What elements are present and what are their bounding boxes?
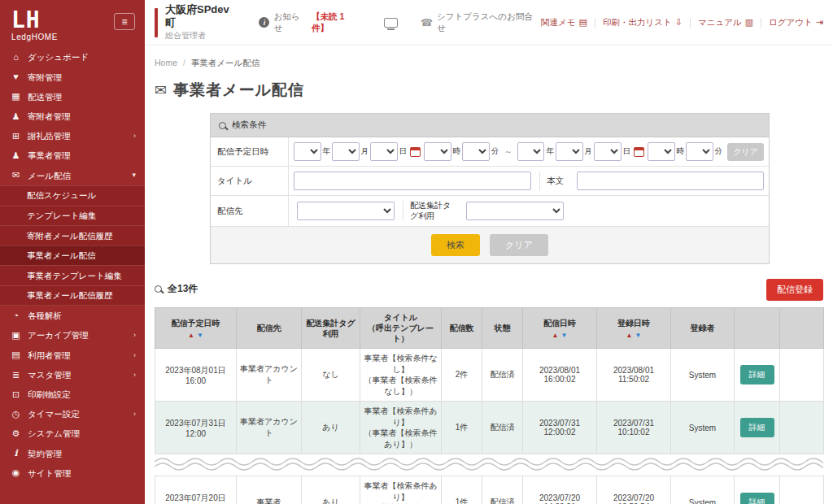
municipality-block: 大阪府SPdev町 総合管理者 [165,3,239,41]
users-icon: ▤ [10,350,22,360]
sort-asc-icon[interactable]: ▲ [552,332,559,339]
title-body-row: タイトル 本文 [211,167,769,196]
breadcrumb-current: 事業者メール配信 [191,58,260,67]
manual-link[interactable]: マニュアル ▥ [698,17,753,28]
sidebar-item-gift-management[interactable]: ⊞ 謝礼品管理 › [0,126,145,146]
logo[interactable]: LH LedgHOME [11,10,58,41]
sidebar-item-donation-management[interactable]: ♥ 寄附管理 [0,67,145,87]
divider [690,18,691,28]
chevron-down-icon: ▾ [132,171,136,180]
truncation-wave-separator [155,455,823,475]
body-input[interactable] [577,172,764,190]
title-body-fields: 本文 [289,167,769,195]
sidebar-item-business-mail-delivery[interactable]: 事業者メール配信 [0,245,145,266]
analytics-icon: ◔ [10,311,22,321]
col-count: 配信数 [442,308,482,349]
search-panel-header: 検索条件 [211,114,769,137]
col-registered: 登録日時 ▲▼ [597,308,671,349]
print-output-list-link[interactable]: 印刷・出力リスト ⇩ [603,17,683,28]
monitor-icon[interactable] [384,18,398,28]
sidebar-item-analytics[interactable]: ◔ 各種解析 [0,306,145,325]
hamburger-menu-icon[interactable]: ≡ [114,13,135,30]
from-hour-select[interactable] [424,142,451,161]
clear-button[interactable]: クリア [490,234,548,256]
col-extra [780,308,824,349]
sidebar-item-template-edit[interactable]: テンプレート編集 [0,206,145,226]
sidebar-item-contract-management[interactable]: i 契約管理 [0,444,145,463]
divider [761,18,761,28]
memo-icon: ▤ [579,17,587,28]
notice-link[interactable]: i お知らせ 【未読 1件】 [259,11,361,34]
sidebar-item-archive-management[interactable]: ▣ アーカイブ管理 › [0,326,145,345]
breadcrumb-home[interactable]: Home [155,58,177,67]
sort-asc-icon[interactable]: ▲ [188,332,194,339]
results-table-continued: 2023年07月20日 14:30 事業者 あり 事業者【検索条件あり】 （事業… [155,476,824,504]
search-icon [155,285,162,293]
from-year-select[interactable] [294,142,321,161]
status-badge: 配信済 [482,476,523,504]
status-badge: 配信済 [482,402,523,454]
sidebar-item-business-mail-history[interactable]: 事業者メール配信履歴 [0,285,145,306]
sidebar-item-delivery-management[interactable]: ▦ 配送管理 [0,87,145,106]
sidebar-item-print-settings[interactable]: ⊡ 印刷物設定 [0,385,145,404]
main-area: 大阪府SPdev町 総合管理者 i お知らせ 【未読 1件】 ☎ シフトプラスへ… [145,0,833,504]
detail-button[interactable]: 詳細 [740,493,774,504]
sort-desc-icon[interactable]: ▼ [197,332,203,339]
sidebar-item-business-management[interactable]: ♟ 事業者管理 [0,146,145,166]
tag-select[interactable] [466,202,564,220]
sidebar-item-mail-delivery[interactable]: ✉ メール配信 ▾ [0,166,145,185]
sort-desc-icon[interactable]: ▼ [635,332,642,339]
register-delivery-button[interactable]: 配信登録 [766,279,823,301]
from-day-select[interactable] [370,142,398,161]
sort-desc-icon[interactable]: ▼ [561,332,568,339]
status-badge: 配信済 [482,349,523,402]
from-minute-select[interactable] [462,142,490,161]
business-icon: ♟ [10,150,22,161]
sort-asc-icon[interactable]: ▲ [626,332,633,339]
search-button[interactable]: 検索 [431,234,480,256]
contract-icon: i [10,448,22,458]
col-title: タイトル （呼出テンプレート） [360,308,442,349]
to-month-select[interactable] [556,142,583,161]
to-hour-select[interactable] [648,142,675,161]
logo-text: LedgHOME [11,33,58,41]
title-label: タイトル [211,167,289,195]
title-input[interactable] [294,172,531,190]
municipality-accent-bar [155,8,158,37]
calendar-icon[interactable] [410,147,421,157]
related-memo-link[interactable]: 関連メモ ▤ [541,17,587,28]
target-select[interactable] [297,202,395,220]
donation-icon: ♥ [10,72,22,82]
date-clear-button[interactable]: クリア [727,143,764,161]
calendar-icon[interactable] [634,147,644,157]
sidebar-item-master-management[interactable]: ≣ マスタ管理 › [0,365,145,385]
sidebar-item-system-management[interactable]: ⚙ システム管理 [0,424,145,444]
chevron-right-icon: › [133,410,136,419]
breadcrumb: Home / 事業者メール配信 [145,46,833,69]
search-actions: 検索 クリア [211,227,769,263]
sidebar-item-timer-settings[interactable]: ◷ タイマー設定 › [0,404,145,424]
detail-button[interactable]: 詳細 [740,365,774,385]
sidebar: LH LedgHOME ≡ ⌂ ダッシュボード ♥ 寄附管理 ▦ 配送管理 ♟ … [0,0,145,504]
sidebar-item-donor-management[interactable]: ♟ 寄附者管理 [0,106,145,126]
to-minute-select[interactable] [686,142,713,161]
breadcrumb-separator: / [183,58,185,67]
result-count: 全13件 [155,282,198,301]
sidebar-item-site-management[interactable]: ◉ サイト管理 [0,463,145,483]
sidebar-item-donor-mail-history[interactable]: 寄附者メール配信履歴 [0,225,145,245]
sidebar-item-dashboard[interactable]: ⌂ ダッシュボード [0,48,145,67]
contact-link[interactable]: ☎ シフトプラスへのお問合せ [421,11,541,34]
to-day-select[interactable] [594,142,621,161]
delivery-icon: ▦ [10,91,22,102]
gear-icon: ⚙ [10,428,22,439]
detail-button[interactable]: 詳細 [740,418,774,437]
sidebar-item-user-management[interactable]: ▤ 利用者管理 › [0,345,145,365]
logout-link[interactable]: ログアウト ⇥ [769,17,823,28]
top-links: 関連メモ ▤ 印刷・出力リスト ⇩ マニュアル ▥ ログアウト ⇥ [541,17,823,28]
from-month-select[interactable] [332,142,360,161]
col-sent: 配信日時 ▲▼ [523,308,597,349]
sidebar-item-delivery-schedule[interactable]: 配信スケジュール [0,185,145,206]
sidebar-item-business-template-edit[interactable]: 事業者テンプレート編集 [0,265,145,285]
to-year-select[interactable] [517,142,545,161]
range-separator: ～ [504,146,512,158]
